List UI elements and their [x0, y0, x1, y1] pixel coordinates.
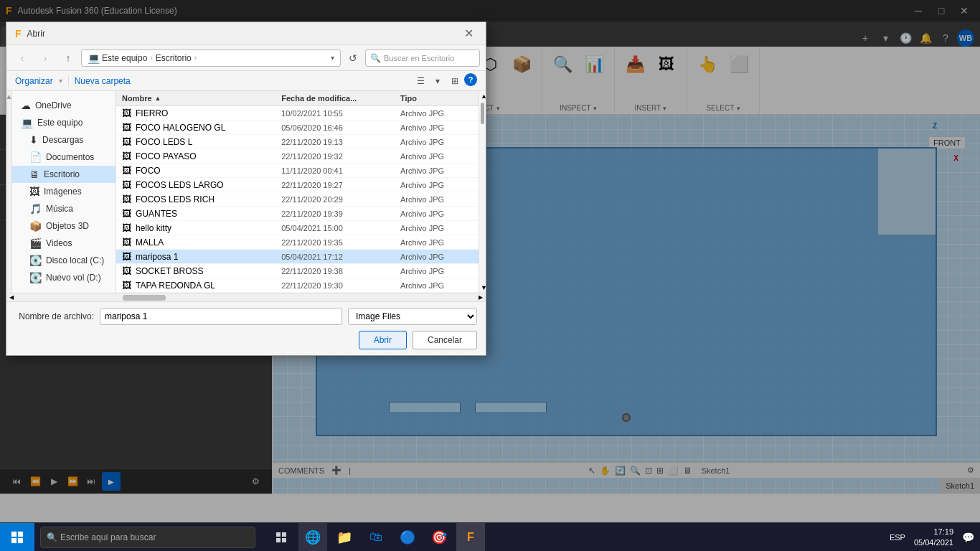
file-row-9[interactable]: 🖼 MALLA 22/11/2020 19:35 Archivo JPG [116, 235, 479, 250]
sidebar-item-musica[interactable]: 🎵 Música [12, 200, 116, 217]
start-button[interactable] [0, 523, 34, 552]
sidebar-item-imagenes[interactable]: 🖼 Imágenes [12, 183, 116, 200]
file-label-5: FOCOS LEDS LARGO [136, 180, 224, 190]
organize-button[interactable]: Organizar [15, 76, 53, 86]
file-label-1: FOCO HALOGENO GL [136, 123, 225, 133]
svg-rect-5 [282, 532, 286, 537]
help-dialog-button[interactable]: ? [464, 73, 477, 86]
svg-rect-2 [11, 537, 17, 542]
dialog-close-button[interactable]: ✕ [460, 25, 477, 42]
sidebar-item-escritorio[interactable]: 🖥 Escritorio [12, 166, 116, 183]
file-icon-11: 🖼 [122, 265, 131, 276]
breadcrumb-item-pc[interactable]: 💻 Este equipo [88, 52, 147, 64]
file-list-header: Nombre ▲ Fecha de modifica... Tipo [116, 91, 479, 106]
column-type[interactable]: Tipo [397, 94, 479, 103]
h-scroll-thumb[interactable] [123, 295, 166, 301]
file-name-5: 🖼 FOCOS LEDS LARGO [116, 179, 278, 190]
scroll-right-arrow[interactable]: ▶ [479, 294, 483, 301]
file-label-7: GUANTES [136, 209, 177, 219]
breadcrumb-item-desktop[interactable]: Escritorio [156, 53, 192, 63]
file-row-12[interactable]: 🖼 TAPA REDONDA GL 22/11/2020 19:30 Archi… [116, 278, 479, 293]
file-row-11[interactable]: 🖼 SOCKET BROSS 22/11/2020 19:38 Archivo … [116, 264, 479, 278]
nav-up-button[interactable]: ↑ [58, 49, 78, 67]
este-equipo-label: Este equipo [37, 118, 83, 128]
fusion-taskbar-icon: F [467, 531, 474, 544]
sidebar-item-videos[interactable]: 🎬 Videos [12, 235, 116, 252]
sidebar-item-disco-local[interactable]: 💽 Disco local (C:) [12, 252, 116, 269]
filetype-select[interactable]: Image FilesAll Files (*.*) [348, 308, 477, 325]
file-row-1[interactable]: 🖼 FOCO HALOGENO GL 05/06/2020 16:46 Arch… [116, 121, 479, 135]
file-row-4[interactable]: 🖼 FOCO 11/11/2020 00:41 Archivo JPG [116, 164, 479, 178]
scroll-left-arrow[interactable]: ◀ [9, 294, 14, 301]
date-display: 05/04/2021 [914, 537, 953, 547]
svg-rect-0 [11, 531, 17, 536]
file-row-8[interactable]: 🖼 hello kitty 05/04/2021 15:00 Archivo J… [116, 221, 479, 235]
sidebar-item-documentos[interactable]: 📄 Documentos [12, 149, 116, 166]
file-date-0: 10/02/2021 10:55 [278, 109, 397, 118]
scroll-thumb[interactable] [481, 103, 484, 124]
imagenes-label: Imágenes [44, 187, 82, 197]
file-name-3: 🖼 FOCO PAYASO [116, 151, 278, 161]
app1-icon: 🎯 [431, 529, 447, 545]
file-date-1: 05/06/2020 16:46 [278, 123, 397, 132]
organize-dropdown-icon[interactable]: ▾ [59, 77, 62, 85]
svg-rect-7 [282, 538, 286, 542]
sidebar-item-objetos3d[interactable]: 📦 Objetos 3D [12, 217, 116, 235]
taskbar-search-box[interactable]: 🔍 Escribe aquí para buscar [40, 527, 255, 548]
file-row-2[interactable]: 🖼 FOCO LEDS L 22/11/2020 19:13 Archivo J… [116, 135, 479, 149]
taskbar-chrome-icon[interactable]: 🔵 [393, 523, 422, 552]
view-dropdown-button[interactable]: ▾ [430, 73, 446, 89]
file-row-7[interactable]: 🖼 GUANTES 22/11/2020 19:39 Archivo JPG [116, 207, 479, 221]
file-date-12: 22/11/2020 19:30 [278, 281, 397, 290]
file-row-10[interactable]: 🖼 mariposa 1 05/04/2021 17:12 Archivo JP… [116, 250, 479, 264]
taskbar-app1-icon[interactable]: 🎯 [425, 523, 453, 552]
file-label-0: FIERRO [136, 108, 168, 118]
file-icon-9: 🖼 [122, 237, 131, 248]
documentos-label: Documentos [46, 152, 94, 162]
onedrive-label: OneDrive [35, 100, 72, 110]
breadcrumb: 💻 Este equipo › Escritorio › ▾ [81, 50, 341, 67]
nuevo-vol-label: Nuevo vol (D:) [46, 273, 101, 283]
sidebar-item-onedrive[interactable]: ☁ OneDrive [12, 97, 116, 114]
column-name[interactable]: Nombre ▲ [116, 94, 278, 103]
file-list-scrollbar[interactable]: ▲ ▼ [479, 91, 486, 293]
view-list-button[interactable]: ☰ [413, 73, 428, 89]
file-row-3[interactable]: 🖼 FOCO PAYASO 22/11/2020 19:32 Archivo J… [116, 149, 479, 164]
escritorio-icon: 🖥 [29, 169, 39, 180]
file-row-5[interactable]: 🖼 FOCOS LEDS LARGO 22/11/2020 19:27 Arch… [116, 178, 479, 192]
nav-back-button[interactable]: ‹ [12, 49, 32, 67]
breadcrumb-dropdown-button[interactable]: ▾ [331, 54, 334, 62]
breadcrumb-desktop-label: Escritorio [156, 53, 192, 63]
scroll-up-arrow[interactable]: ▲ [479, 91, 486, 101]
nav-refresh-button[interactable]: ↺ [344, 49, 362, 67]
file-row-0[interactable]: 🖼 FIERRO 10/02/2021 10:55 Archivo JPG [116, 106, 479, 121]
notification-icon[interactable]: 💬 [962, 532, 974, 543]
taskbar: 🔍 Escribe aquí para buscar 🌐 📁 🛍 🔵 🎯 [0, 522, 980, 551]
sort-arrow-name: ▲ [155, 95, 161, 102]
breadcrumb-pc-label: Este equipo [102, 53, 147, 63]
column-date[interactable]: Fecha de modifica... [278, 94, 397, 103]
file-row-6[interactable]: 🖼 FOCOS LEDS RICH 22/11/2020 20:29 Archi… [116, 192, 479, 207]
file-label-4: FOCO [136, 166, 161, 176]
sidebar-item-descargas[interactable]: ⬇ Descargas [12, 131, 116, 149]
taskbar-explorer-icon[interactable]: 📁 [330, 523, 359, 552]
view-details-button[interactable]: ⊞ [447, 73, 463, 89]
taskbar-fusion-icon[interactable]: F [456, 523, 485, 552]
taskbar-right: ESP 17:19 05/04/2021 💬 [890, 527, 980, 547]
videos-label: Videos [46, 238, 72, 248]
search-box[interactable]: 🔍 Buscar en Escritorio [365, 50, 480, 67]
scroll-down-arrow[interactable]: ▼ [479, 283, 486, 293]
file-date-2: 22/11/2020 19:13 [278, 138, 397, 146]
open-button[interactable]: Abrir [359, 331, 407, 349]
objetos3d-icon: 📦 [29, 220, 42, 232]
taskview-button[interactable] [267, 523, 296, 552]
nav-forward-button[interactable]: › [35, 49, 55, 67]
taskbar-edge-icon[interactable]: 🌐 [298, 523, 327, 552]
cancel-button[interactable]: Cancelar [413, 331, 477, 349]
nuevo-vol-icon: 💽 [29, 272, 42, 283]
taskbar-store-icon[interactable]: 🛍 [362, 523, 390, 552]
sidebar-item-nuevo-vol[interactable]: 💽 Nuevo vol (D:) [12, 269, 116, 286]
new-folder-button[interactable]: Nueva carpeta [75, 76, 131, 86]
sidebar-item-este-equipo[interactable]: 💻 Este equipo [12, 114, 116, 131]
filename-input[interactable] [100, 308, 342, 325]
